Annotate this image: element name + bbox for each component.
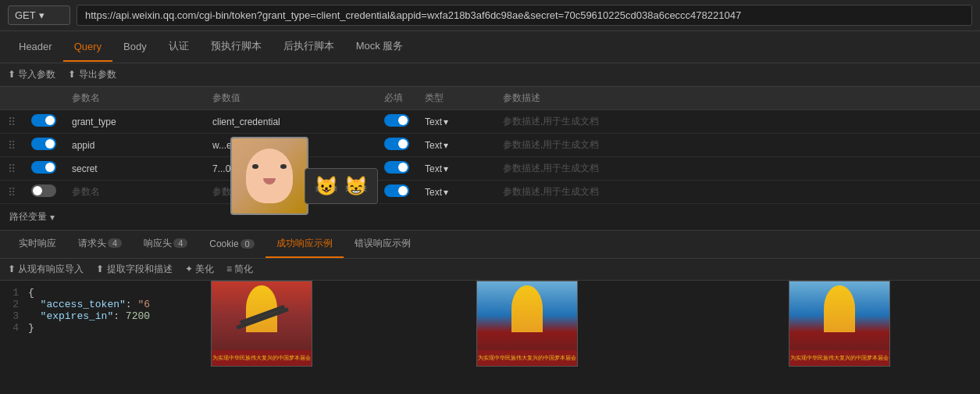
drag-handle[interactable]: ⠿ (8, 186, 16, 199)
tab-mock[interactable]: Mock 服务 (345, 31, 415, 63)
poster-image-3: 为实现中华民族伟大复兴的中国梦本届会主 (789, 281, 890, 367)
chevron-down-icon: ▾ (444, 163, 448, 174)
table-row: ⠿ 参数名 参数子段变量 Text ▾ 参数描述,用于生成文档 (0, 181, 980, 204)
chevron-down-icon: ▾ (444, 140, 448, 151)
param-value-1[interactable]: client_credential (205, 110, 376, 134)
tab-query[interactable]: Query (63, 33, 112, 62)
param-name-3[interactable]: secret (64, 157, 205, 181)
param-desc-2[interactable]: 参数描述,用于生成文档 (495, 134, 980, 157)
params-toolbar: ⬆ 导入参数 ⬆ 导出参数 (0, 63, 980, 87)
tab-error-example[interactable]: 错误响应示例 (344, 231, 422, 258)
extract-fields-button[interactable]: ⬆ 提取字段和描述 (96, 263, 172, 276)
tab-request-headers[interactable]: 请求头4 (67, 231, 133, 258)
param-name-1[interactable]: grant_type (64, 110, 205, 134)
emoji-cat-grin: 😺 (315, 175, 338, 197)
cookie-badge: 0 (241, 239, 255, 249)
tab-post-script[interactable]: 后执行脚本 (273, 31, 345, 63)
bottom-toolbar: ⬆ 从现有响应导入 ⬆ 提取字段和描述 ✦ 美化 ≡ 简化 (0, 259, 980, 281)
required-toggle-4[interactable] (384, 184, 409, 197)
code-area: 1 { 2 "access_token": "6 3 "expires_in":… (0, 281, 980, 374)
method-select[interactable]: GET ▾ (8, 5, 70, 25)
tab-success-example[interactable]: 成功响应示例 (265, 231, 344, 258)
tab-response-headers[interactable]: 响应头4 (133, 231, 198, 258)
col-header-drag (0, 87, 23, 110)
import-params-button[interactable]: ⬆ 导入参数 (8, 68, 55, 81)
type-select-1[interactable]: Text ▾ (425, 116, 487, 127)
chevron-down-icon: ▾ (50, 212, 55, 223)
drag-handle[interactable]: ⠿ (8, 139, 16, 152)
tab-cookie[interactable]: Cookie0 (198, 232, 265, 257)
col-header-name: 参数名 (64, 87, 205, 110)
type-select-2[interactable]: Text ▾ (425, 140, 487, 151)
poster-image-2: 为实现中华民族伟大复兴的中国梦本届会主 (476, 281, 578, 367)
response-headers-badge: 4 (173, 238, 187, 248)
required-toggle-1[interactable] (384, 114, 409, 127)
drag-handle[interactable]: ⠿ (8, 163, 16, 175)
col-header-type: 类型 (417, 87, 495, 110)
type-select-3[interactable]: Text ▾ (425, 163, 487, 174)
row-toggle-2[interactable] (31, 138, 56, 150)
tab-body[interactable]: Body (112, 33, 158, 62)
emoji-cat-smile: 😸 (344, 175, 368, 197)
col-header-value: 参数值 (205, 87, 376, 110)
request-headers-badge: 4 (108, 238, 122, 248)
beautify-button[interactable]: ✦ 美化 (185, 263, 214, 276)
col-header-toggle (23, 87, 64, 110)
export-params-button[interactable]: ⬆ 导出参数 (68, 68, 116, 81)
tab-header[interactable]: Header (8, 33, 63, 62)
required-toggle-2[interactable] (384, 138, 409, 150)
baby-image-overlay (230, 137, 308, 215)
row-toggle-3[interactable] (31, 161, 56, 174)
path-variables[interactable]: 路径变量 ▾ (0, 204, 980, 231)
chevron-down-icon: ▾ (39, 9, 45, 21)
top-tab-bar: Header Query Body 认证 预执行脚本 后执行脚本 Mock 服务 (0, 31, 980, 63)
poster-image-1: 为实现中华民族伟大复兴的中国梦本届会主 (211, 281, 312, 367)
type-select-4[interactable]: Text ▾ (425, 187, 487, 198)
col-header-required: 必填 (376, 87, 417, 110)
param-name-4[interactable]: 参数名 (64, 181, 205, 204)
import-response-button[interactable]: ⬆ 从现有响应导入 (8, 263, 84, 276)
row-toggle-4[interactable] (31, 184, 56, 197)
url-bar: GET ▾ (0, 0, 980, 31)
param-desc-4[interactable]: 参数描述,用于生成文档 (495, 181, 980, 204)
tab-pre-script[interactable]: 预执行脚本 (200, 31, 273, 63)
table-row: ⠿ secret 7...0 Text ▾ 参数描述,用于生成文档 (0, 157, 980, 181)
row-toggle-1[interactable] (31, 114, 56, 127)
path-variables-label: 路径变量 (9, 210, 47, 224)
param-desc-3[interactable]: 参数描述,用于生成文档 (495, 157, 980, 181)
table-row: ⠿ grant_type client_credential Text ▾ 参数… (0, 110, 980, 134)
method-label: GET (15, 9, 36, 21)
param-name-2[interactable]: appid (64, 134, 205, 157)
drag-handle[interactable]: ⠿ (8, 116, 16, 128)
tab-realtime-response[interactable]: 实时响应 (8, 231, 67, 258)
chevron-down-icon: ▾ (444, 116, 448, 127)
chevron-down-icon: ▾ (444, 187, 448, 198)
emoji-popup: 😺 😸 (305, 168, 378, 204)
url-input[interactable] (77, 5, 972, 26)
params-table: 参数名 参数值 必填 类型 参数描述 ⠿ grant_type client_c… (0, 87, 980, 204)
tab-auth[interactable]: 认证 (158, 31, 200, 63)
required-toggle-3[interactable] (384, 161, 409, 174)
table-row: ⠿ appid w...e Text ▾ 参数描述,用于生成文档 (0, 134, 980, 157)
bottom-tab-bar: 实时响应 请求头4 响应头4 Cookie0 成功响应示例 错误响应示例 (0, 231, 980, 259)
simplify-button[interactable]: ≡ 简化 (226, 263, 253, 276)
param-desc-1[interactable]: 参数描述,用于生成文档 (495, 110, 980, 134)
col-header-desc: 参数描述 (495, 87, 980, 110)
